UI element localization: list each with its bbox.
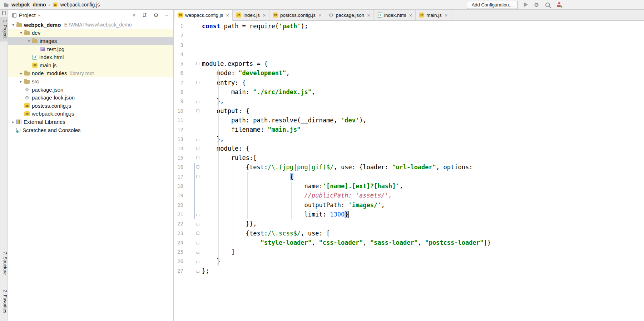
tab-index.js[interactable]: index.js× <box>233 10 269 20</box>
collapse-all-icon[interactable]: ⇵ <box>142 13 147 18</box>
code-line-9[interactable]: 9 }, <box>174 97 644 106</box>
fold-marker[interactable] <box>196 156 199 159</box>
fold-marker[interactable] <box>196 214 199 216</box>
tree-item-node_modules[interactable]: ▸node_moduleslibrary root <box>8 69 173 78</box>
breadcrumb-file[interactable]: webpack.config.js <box>60 2 100 8</box>
tree-item-main.js[interactable]: main.js <box>8 61 173 69</box>
fold-marker[interactable] <box>196 165 199 169</box>
fold-marker[interactable] <box>196 175 199 178</box>
tree-item-images[interactable]: ▾images <box>8 37 173 45</box>
chevron-right-icon[interactable]: ▸ <box>10 120 16 124</box>
fold-marker[interactable] <box>196 261 199 263</box>
close-tab-icon[interactable]: × <box>318 12 322 18</box>
fold-marker[interactable] <box>196 242 199 244</box>
strip-item-favorites[interactable]: 2: Favorites <box>0 287 8 316</box>
close-tab-icon[interactable]: × <box>445 12 448 18</box>
tree-item-package.json[interactable]: package.json <box>8 86 173 94</box>
tree-item-dev[interactable]: ▾dev <box>8 29 173 37</box>
add-configuration-button[interactable]: Add Configuration... <box>467 1 518 9</box>
close-tab-icon[interactable]: × <box>226 12 229 18</box>
project-view-icon <box>12 13 16 18</box>
locate-icon[interactable]: ⌖ <box>133 13 136 18</box>
code-line-7[interactable]: 7 entry: { <box>174 78 644 87</box>
code-line-19[interactable]: 19 //publicPath: 'assets/', <box>174 191 644 200</box>
code-line-5[interactable]: 5module.exports = { <box>174 59 644 68</box>
profile-icon[interactable] <box>556 2 562 8</box>
strip-item-project[interactable]: 1: Project <box>0 17 8 42</box>
code-line-17[interactable]: 17 { <box>174 172 644 181</box>
tree-item-postcss.config.js[interactable]: postcss.config.js <box>8 102 173 110</box>
fold-marker[interactable] <box>196 81 199 84</box>
fold-marker[interactable] <box>196 147 199 150</box>
indent-guide <box>247 172 248 219</box>
chevron-right-icon[interactable]: ▸ <box>18 71 24 75</box>
fold-marker[interactable] <box>196 252 199 254</box>
tree-item-package-lock.json[interactable]: package-lock.json <box>8 93 173 102</box>
chevron-down-icon[interactable]: ▾ <box>26 39 32 43</box>
hide-panel-icon[interactable]: − <box>165 13 168 18</box>
tab-postcss.config.js[interactable]: postcss.config.js× <box>269 10 325 20</box>
fold-marker[interactable] <box>196 139 199 141</box>
code-line-23[interactable]: 23 {test:/\.scss$/, use: [ <box>174 229 644 238</box>
code-line-2[interactable]: 2 <box>174 31 644 40</box>
fold-marker[interactable] <box>196 271 199 273</box>
tree-item-webpack.config.js[interactable]: webpack.config.js <box>8 110 173 118</box>
breadcrumb-project[interactable]: webpck_demo <box>11 2 46 8</box>
code-line-1[interactable]: 1const path = require('path'); <box>174 21 644 31</box>
chevron-right-icon[interactable]: ▸ <box>18 79 24 83</box>
fold-marker[interactable] <box>196 101 199 103</box>
project-panel-title[interactable]: Project <box>19 12 36 18</box>
tree-label: index.html <box>39 54 64 60</box>
code-line-26[interactable]: 26 } <box>174 257 644 266</box>
search-everywhere-icon[interactable] <box>545 3 550 7</box>
code-line-27[interactable]: 27}; <box>174 266 644 276</box>
code-line-24[interactable]: 24 "style-loader", "css-loader", "sass-l… <box>174 238 644 247</box>
chevron-down-icon[interactable]: ▾ <box>18 31 24 35</box>
editor: webpack.config.js×index.js×postcss.confi… <box>174 10 644 321</box>
code-line-21[interactable]: 21 limit: 1300} <box>174 210 644 219</box>
settings-icon[interactable]: ⚙ <box>153 13 158 18</box>
tree-label: postcss.config.js <box>32 103 71 109</box>
strip-item-structure[interactable]: 7: Structure <box>0 249 8 278</box>
fold-marker[interactable] <box>196 109 199 112</box>
chevron-down-icon[interactable]: ▾ <box>38 13 40 17</box>
code-line-11[interactable]: 11 path: path.resolve(__dirname, 'dev'), <box>174 116 644 125</box>
tree-item-src[interactable]: ▸src <box>8 77 173 86</box>
code-line-16[interactable]: 16 {test:/\.(jpg|png|gif)$/, use: {loade… <box>174 162 644 172</box>
code-line-6[interactable]: 6 mode: "development", <box>174 68 644 78</box>
line-number: 6 <box>174 68 183 78</box>
close-tab-icon[interactable]: × <box>263 12 266 18</box>
tree-item-webpck_demo[interactable]: ▾webpck_demoE:\WMAP\www\webpck_demo <box>8 21 173 29</box>
tab-main.js[interactable]: main.js× <box>416 10 451 20</box>
tab-package.json[interactable]: package.json× <box>325 10 374 20</box>
tab-webpack.config.js[interactable]: webpack.config.js× <box>174 10 233 21</box>
tree-item-index.html[interactable]: index.html <box>8 53 173 61</box>
code-line-15[interactable]: 15 rules:[ <box>174 153 644 162</box>
tree-item-test.jpg[interactable]: test.jpg <box>8 45 173 53</box>
code-line-3[interactable]: 3 <box>174 40 644 50</box>
tree-item-Scratches and Consoles[interactable]: Scratches and Consoles <box>8 126 173 134</box>
code-line-4[interactable]: 4 <box>174 50 644 59</box>
code-line-18[interactable]: 18 name:'[name].[ext]?[hash]', <box>174 181 644 191</box>
code-area[interactable]: 1const path = require('path');2345module… <box>174 21 644 321</box>
tab-index.html[interactable]: index.html× <box>374 10 416 20</box>
fold-marker[interactable] <box>196 223 199 225</box>
settings-icon[interactable]: ⚙ <box>534 2 539 8</box>
close-tab-icon[interactable]: × <box>367 12 370 18</box>
code-line-14[interactable]: 14 module: { <box>174 144 644 153</box>
fold-marker[interactable] <box>196 62 199 65</box>
fold-marker[interactable] <box>196 232 199 235</box>
chevron-down-icon[interactable]: ▾ <box>10 23 16 27</box>
code-line-13[interactable]: 13 }, <box>174 135 644 144</box>
code-line-22[interactable]: 22 }}, <box>174 219 644 228</box>
js-icon <box>32 63 38 68</box>
code-line-25[interactable]: 25 ] <box>174 247 644 257</box>
code-line-20[interactable]: 20 outputPath: 'images/', <box>174 200 644 210</box>
tree-item-External Libraries[interactable]: ▸External Libraries <box>8 118 173 126</box>
code-line-12[interactable]: 12 filename: "main.js" <box>174 125 644 134</box>
code-line-10[interactable]: 10 output: { <box>174 106 644 116</box>
close-tab-icon[interactable]: × <box>409 12 412 18</box>
code-line-8[interactable]: 8 main: "./src/index.js", <box>174 87 644 97</box>
run-icon[interactable] <box>524 3 528 7</box>
ide-window: webpck_demo › webpack.config.js Add Conf… <box>0 0 644 321</box>
